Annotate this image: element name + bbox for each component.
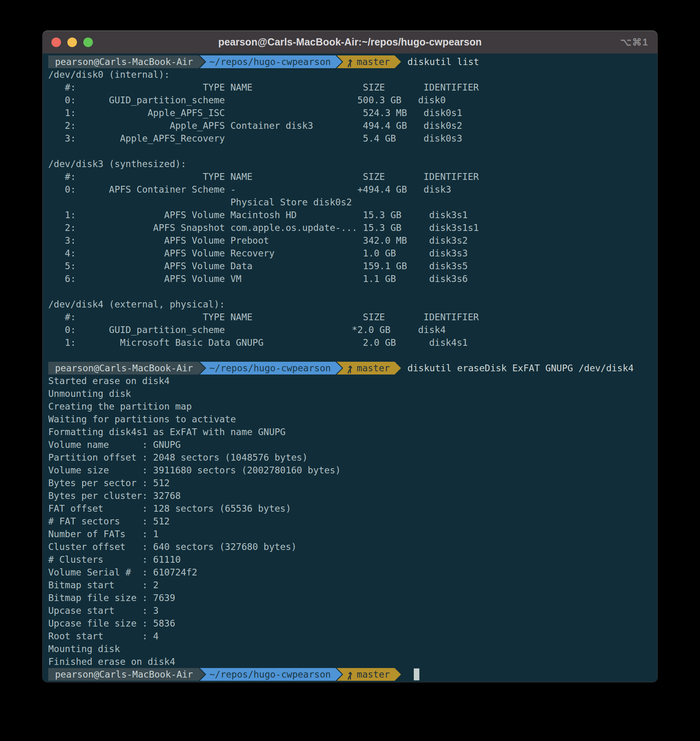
terminal-row: #: TYPE NAME SIZE IDENTIFIER bbox=[48, 170, 657, 183]
terminal-row: /dev/disk4 (external, physical): bbox=[48, 298, 657, 311]
output-line: Bitmap start : 2 bbox=[48, 579, 159, 591]
output-line: 5: APFS Volume Data 159.1 GB disk3s5 bbox=[48, 260, 468, 272]
prompt-row: pearson@Carls-MacBook-Air ~/repos/hugo-c… bbox=[48, 668, 657, 681]
output-line: 1: Apple_APFS_ISC 524.3 MB disk0s1 bbox=[48, 106, 462, 119]
terminal-row: Upcase file size : 5836 bbox=[48, 617, 657, 630]
terminal-row: Volume size : 3911680 sectors (200278016… bbox=[48, 464, 657, 477]
terminal-row: #: TYPE NAME SIZE IDENTIFIER bbox=[48, 311, 657, 323]
terminal-row: Unmounting disk bbox=[48, 387, 657, 400]
close-button[interactable] bbox=[51, 37, 61, 47]
output-line: 6: APFS Volume VM 1.1 GB disk3s6 bbox=[48, 272, 468, 285]
terminal-row: Bitmap start : 2 bbox=[48, 579, 657, 591]
prompt-git-segment: master bbox=[337, 55, 401, 68]
output-line: FAT offset : 128 sectors (65536 bytes) bbox=[48, 502, 291, 515]
keyboard-shortcut-badge: ⌥⌘1 bbox=[620, 31, 649, 53]
prompt-git-branch: master bbox=[357, 57, 390, 67]
terminal-cursor bbox=[414, 668, 419, 680]
terminal-row: 6: APFS Volume VM 1.1 GB disk3s6 bbox=[48, 272, 657, 285]
terminal-row: Partition offset : 2048 sectors (1048576… bbox=[48, 451, 657, 464]
terminal-row: Bytes per cluster: 32768 bbox=[48, 489, 657, 502]
terminal-row: Root start : 4 bbox=[48, 630, 657, 642]
terminal-row: Upcase start : 3 bbox=[48, 604, 657, 617]
terminal-window: pearson@Carls-MacBook-Air:~/repos/hugo-c… bbox=[43, 31, 657, 682]
terminal-row: Creating the partition map bbox=[48, 400, 657, 413]
terminal-row: Volume Serial # : 610724f2 bbox=[48, 566, 657, 579]
output-line: Bytes per cluster: 32768 bbox=[48, 489, 181, 502]
prompt-directory: ~/repos/hugo-cwpearson bbox=[209, 57, 331, 67]
prompt-git-branch: master bbox=[357, 363, 390, 373]
terminal-row: Finished erase on disk4 bbox=[48, 655, 657, 668]
output-line: Volume Serial # : 610724f2 bbox=[48, 566, 197, 579]
output-line: Started erase on disk4 bbox=[48, 374, 170, 387]
output-line: Upcase file size : 5836 bbox=[48, 617, 175, 630]
terminal-row: #: TYPE NAME SIZE IDENTIFIER bbox=[48, 81, 657, 94]
terminal-row: 1: Apple_APFS_ISC 524.3 MB disk0s1 bbox=[48, 106, 657, 119]
output-line: #: TYPE NAME SIZE IDENTIFIER bbox=[48, 311, 479, 323]
terminal-row: Mounting disk bbox=[48, 642, 657, 655]
prompt-directory-segment: ~/repos/hugo-cwpearson bbox=[200, 362, 342, 374]
terminal-row: 1: APFS Volume Macintosh HD 15.3 GB disk… bbox=[48, 209, 657, 221]
terminal-row: Bitmap file size : 7639 bbox=[48, 591, 657, 604]
output-line: 2: APFS Snapshot com.apple.os.update-...… bbox=[48, 221, 479, 234]
output-line: 0: APFS Container Scheme - +494.4 GB dis… bbox=[48, 183, 451, 196]
output-line: Volume name : GNUPG bbox=[48, 438, 181, 451]
prompt-user-host-segment: pearson@Carls-MacBook-Air bbox=[48, 55, 205, 68]
prompt-user-host: pearson@Carls-MacBook-Air bbox=[55, 57, 193, 67]
terminal-body[interactable]: pearson@Carls-MacBook-Air ~/repos/hugo-c… bbox=[43, 53, 657, 682]
output-line: Cluster offset : 640 sectors (327680 byt… bbox=[48, 540, 297, 553]
prompt-user-host: pearson@Carls-MacBook-Air bbox=[55, 363, 193, 373]
terminal-row: # Clusters : 61110 bbox=[48, 553, 657, 566]
terminal-row: Physical Store disk0s2 bbox=[48, 196, 657, 209]
output-line: # FAT sectors : 512 bbox=[48, 515, 170, 528]
output-line: Volume size : 3911680 sectors (200278016… bbox=[48, 464, 341, 477]
output-line: Creating the partition map bbox=[48, 400, 192, 413]
output-line: Number of FATs : 1 bbox=[48, 528, 159, 540]
prompt-directory: ~/repos/hugo-cwpearson bbox=[209, 669, 331, 680]
prompt-user-host-segment: pearson@Carls-MacBook-Air bbox=[48, 668, 205, 681]
command-text: diskutil list bbox=[407, 57, 479, 67]
terminal-row: 2: APFS Snapshot com.apple.os.update-...… bbox=[48, 221, 657, 234]
output-line: Physical Store disk0s2 bbox=[48, 196, 352, 209]
prompt-row: pearson@Carls-MacBook-Air ~/repos/hugo-c… bbox=[48, 55, 657, 68]
prompt-row: pearson@Carls-MacBook-Air ~/repos/hugo-c… bbox=[48, 362, 657, 374]
output-line: 3: APFS Volume Preboot 342.0 MB disk3s2 bbox=[48, 234, 468, 247]
output-line: Bytes per sector : 512 bbox=[48, 477, 170, 489]
zoom-button[interactable] bbox=[83, 37, 93, 47]
prompt-git-segment: master bbox=[337, 668, 401, 681]
prompt-user-host-segment: pearson@Carls-MacBook-Air bbox=[48, 362, 205, 374]
output-line: /dev/disk3 (synthesized): bbox=[48, 158, 186, 170]
output-line: 1: Microsoft Basic Data GNUPG 2.0 GB dis… bbox=[48, 336, 468, 349]
terminal-row: 5: APFS Volume Data 159.1 GB disk3s5 bbox=[48, 260, 657, 272]
terminal-row: Number of FATs : 1 bbox=[48, 528, 657, 540]
prompt-directory-segment: ~/repos/hugo-cwpearson bbox=[200, 668, 342, 681]
output-line: Waiting for partitions to activate bbox=[48, 413, 236, 426]
output-line: 0: GUID_partition_scheme 500.3 GB disk0 bbox=[48, 94, 446, 106]
prompt-directory-segment: ~/repos/hugo-cwpearson bbox=[200, 55, 342, 68]
terminal-row: 1: Microsoft Basic Data GNUPG 2.0 GB dis… bbox=[48, 336, 657, 349]
terminal-row: Started erase on disk4 bbox=[48, 374, 657, 387]
terminal-rows: pearson@Carls-MacBook-Air ~/repos/hugo-c… bbox=[48, 55, 657, 681]
output-line: Bitmap file size : 7639 bbox=[48, 591, 175, 604]
prompt-user-host: pearson@Carls-MacBook-Air bbox=[55, 669, 193, 680]
terminal-row: Formatting disk4s1 as ExFAT with name GN… bbox=[48, 426, 657, 438]
output-line: # Clusters : 61110 bbox=[48, 553, 181, 566]
output-line: Finished erase on disk4 bbox=[48, 655, 175, 668]
terminal-row: FAT offset : 128 sectors (65536 bytes) bbox=[48, 502, 657, 515]
terminal-row: 3: APFS Volume Preboot 342.0 MB disk3s2 bbox=[48, 234, 657, 247]
terminal-row: /dev/disk3 (synthesized): bbox=[48, 158, 657, 170]
terminal-row: 0: GUID_partition_scheme *2.0 GB disk4 bbox=[48, 323, 657, 336]
output-line: Formatting disk4s1 as ExFAT with name GN… bbox=[48, 426, 285, 438]
git-branch-icon bbox=[346, 57, 353, 67]
output-line: 2: Apple_APFS Container disk3 494.4 GB d… bbox=[48, 119, 462, 132]
output-line: 3: Apple_APFS_Recovery 5.4 GB disk0s3 bbox=[48, 132, 462, 145]
prompt-git-branch: master bbox=[357, 669, 390, 680]
minimize-button[interactable] bbox=[67, 37, 77, 47]
git-branch-icon bbox=[346, 363, 353, 374]
output-line: /dev/disk4 (external, physical): bbox=[48, 298, 225, 311]
terminal-row: 2: Apple_APFS Container disk3 494.4 GB d… bbox=[48, 119, 657, 132]
window-titlebar[interactable]: pearson@Carls-MacBook-Air:~/repos/hugo-c… bbox=[43, 31, 657, 53]
terminal-row bbox=[48, 285, 657, 298]
command-text: diskutil eraseDisk ExFAT GNUPG /dev/disk… bbox=[407, 363, 634, 373]
window-title: pearson@Carls-MacBook-Air:~/repos/hugo-c… bbox=[218, 36, 482, 48]
terminal-row: Waiting for partitions to activate bbox=[48, 413, 657, 426]
